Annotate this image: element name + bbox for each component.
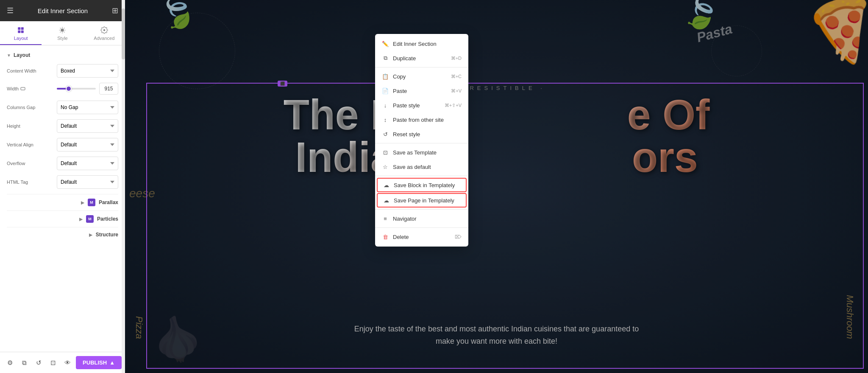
particles-header[interactable]: ▶ M Particles bbox=[7, 215, 118, 223]
ctx-navigator-label: Navigator bbox=[393, 216, 417, 222]
default-icon: ☆ bbox=[382, 163, 389, 170]
template-icon-btn[interactable]: ⊡ bbox=[47, 356, 60, 370]
layout-section-arrow: ▼ bbox=[7, 53, 11, 58]
ctx-edit-inner-section[interactable]: ✏️ Edit Inner Section bbox=[375, 36, 468, 51]
vertical-align-label: Vertical Align bbox=[7, 142, 53, 147]
ctx-copy[interactable]: 📋 Copy ⌘+C bbox=[375, 69, 468, 84]
ctx-reset-style[interactable]: ↺ Reset style bbox=[375, 127, 468, 141]
ctx-paste-style[interactable]: ↓ Paste style ⌘+⇧+V bbox=[375, 98, 468, 112]
ctx-edit-label: Edit Inner Section bbox=[393, 41, 437, 47]
particles-label: Particles bbox=[97, 216, 118, 222]
style-tab-icon bbox=[58, 26, 66, 34]
panel-bottom-bar: ⚙ ⧉ ↺ ⊡ 👁 PUBLISH ▲ bbox=[0, 352, 125, 373]
content-width-select[interactable]: BoxedFull Width bbox=[57, 64, 118, 78]
ctx-delete-label: Delete bbox=[393, 234, 409, 240]
ctx-paste-style-shortcut: ⌘+⇧+V bbox=[445, 103, 462, 108]
tab-advanced[interactable]: Advanced bbox=[83, 21, 125, 45]
parallax-header[interactable]: ▶ M Parallax bbox=[7, 199, 118, 206]
panel-content: ▼ Layout Content Width BoxedFull Width W… bbox=[0, 45, 125, 352]
layout-section-header[interactable]: ▼ Layout bbox=[7, 52, 118, 58]
hamburger-icon[interactable]: ☰ bbox=[7, 6, 14, 15]
structure-section: ▶ Structure bbox=[7, 227, 118, 242]
cloud-block-icon: ☁ bbox=[383, 182, 389, 188]
ctx-save-default[interactable]: ☆ Save as default bbox=[375, 160, 468, 174]
ctx-copy-label: Copy bbox=[393, 73, 406, 80]
ctx-duplicate-label: Duplicate bbox=[393, 55, 416, 62]
ctx-delete[interactable]: 🗑 Delete ⌦ bbox=[375, 230, 468, 244]
cloud-page-icon: ☁ bbox=[383, 197, 389, 204]
ctx-save-page-templately[interactable]: ☁ Save Page in Templately bbox=[377, 193, 467, 208]
width-value[interactable]: 915 bbox=[99, 83, 118, 95]
html-tag-label: HTML Tag bbox=[7, 179, 53, 185]
history-icon-btn[interactable]: ↺ bbox=[32, 356, 45, 370]
particles-section: ▶ M Particles bbox=[7, 210, 118, 227]
ctx-navigator[interactable]: ≡ Navigator bbox=[375, 211, 468, 226]
parallax-arrow: ▶ bbox=[81, 200, 84, 205]
svg-rect-0 bbox=[18, 27, 20, 30]
grid-icon[interactable]: ⊞ bbox=[112, 6, 118, 15]
navigator-icon: ≡ bbox=[382, 215, 389, 222]
overflow-select[interactable]: DefaultHidden bbox=[57, 157, 118, 170]
ctx-divider-5 bbox=[375, 227, 468, 228]
panel-tabs: Layout Style Advanced bbox=[0, 21, 125, 45]
ctx-divider-3 bbox=[375, 176, 468, 176]
paste-icon: 📄 bbox=[382, 87, 389, 94]
height-label: Height bbox=[7, 123, 53, 129]
publish-button[interactable]: PUBLISH ▲ bbox=[76, 356, 122, 369]
left-panel: ☰ Edit Inner Section ⊞ Layout Style Adva… bbox=[0, 0, 125, 373]
parallax-badge: M bbox=[88, 199, 95, 206]
settings-icon-btn[interactable]: ⚙ bbox=[3, 356, 16, 370]
svg-rect-5 bbox=[21, 87, 25, 90]
width-slider-thumb[interactable] bbox=[66, 86, 72, 92]
context-overlay bbox=[125, 0, 868, 373]
panel-title: Edit Inner Section bbox=[38, 7, 88, 14]
trash-icon: 🗑 bbox=[382, 233, 389, 240]
width-icon bbox=[20, 86, 25, 91]
advanced-tab-icon bbox=[100, 26, 108, 34]
overflow-label: Overflow bbox=[7, 161, 53, 166]
preview-icon-btn[interactable]: 👁 bbox=[61, 356, 74, 370]
structure-label: Structure bbox=[96, 232, 118, 238]
width-slider-container[interactable] bbox=[57, 84, 96, 93]
canvas-area: 🍃 🍃 Pasta 🍕 eese ⬛ · IRRESISTIBLE · The … bbox=[125, 0, 868, 373]
canvas-background: 🍃 🍃 Pasta 🍕 eese ⬛ · IRRESISTIBLE · The … bbox=[125, 0, 868, 373]
width-row: Width 915 bbox=[7, 83, 118, 95]
ctx-paste[interactable]: 📄 Paste ⌘+V bbox=[375, 84, 468, 98]
vertical-align-row: Vertical Align DefaultTopMiddleBottomSpa… bbox=[7, 138, 118, 151]
copy-icon: 📋 bbox=[382, 73, 389, 80]
vertical-align-select[interactable]: DefaultTopMiddleBottomSpace BetweenSpace… bbox=[57, 138, 118, 151]
columns-gap-select[interactable]: No GapNarrowDefaultWideWiderWidest bbox=[57, 101, 118, 114]
scrollbar[interactable] bbox=[122, 0, 125, 373]
structure-arrow: ▶ bbox=[89, 233, 92, 237]
height-select[interactable]: DefaultFit To ScreenMin Height bbox=[57, 119, 118, 133]
particles-badge: M bbox=[86, 215, 94, 223]
ctx-save-template-label: Save as Template bbox=[393, 149, 437, 156]
svg-rect-3 bbox=[21, 31, 24, 33]
tab-layout[interactable]: Layout bbox=[0, 21, 42, 45]
columns-gap-label: Columns Gap bbox=[7, 105, 53, 110]
ctx-save-template[interactable]: ⊡ Save as Template bbox=[375, 145, 468, 160]
ctx-save-block-templately[interactable]: ☁ Save Block in Templately bbox=[377, 178, 467, 192]
columns-gap-row: Columns Gap No GapNarrowDefaultWideWider… bbox=[7, 101, 118, 114]
ctx-delete-shortcut: ⌦ bbox=[455, 234, 462, 240]
tab-advanced-label: Advanced bbox=[94, 36, 114, 41]
tab-style[interactable]: Style bbox=[42, 21, 83, 45]
html-tag-select[interactable]: Defaultdivheaderfootermainarticlesection… bbox=[57, 175, 118, 189]
scroll-thumb[interactable] bbox=[122, 8, 125, 59]
parallax-label: Parallax bbox=[99, 199, 118, 205]
ctx-paste-label: Paste bbox=[393, 88, 407, 94]
ctx-save-page-templately-label: Save Page in Templately bbox=[394, 197, 454, 204]
tab-style-label: Style bbox=[57, 36, 67, 41]
structure-header[interactable]: ▶ Structure bbox=[7, 232, 118, 238]
ctx-paste-other[interactable]: ↕ Paste from other site bbox=[375, 112, 468, 127]
layers-icon-btn[interactable]: ⧉ bbox=[18, 356, 31, 370]
height-row: Height DefaultFit To ScreenMin Height bbox=[7, 119, 118, 133]
pencil-icon: ✏️ bbox=[382, 40, 389, 47]
content-width-row: Content Width BoxedFull Width bbox=[7, 64, 118, 78]
svg-point-4 bbox=[61, 28, 64, 32]
ctx-paste-style-label: Paste style bbox=[393, 102, 420, 109]
layout-section-title: Layout bbox=[14, 52, 30, 58]
particles-arrow: ▶ bbox=[79, 217, 83, 222]
overflow-row: Overflow DefaultHidden bbox=[7, 157, 118, 170]
ctx-duplicate[interactable]: ⧉ Duplicate ⌘+D bbox=[375, 51, 468, 65]
